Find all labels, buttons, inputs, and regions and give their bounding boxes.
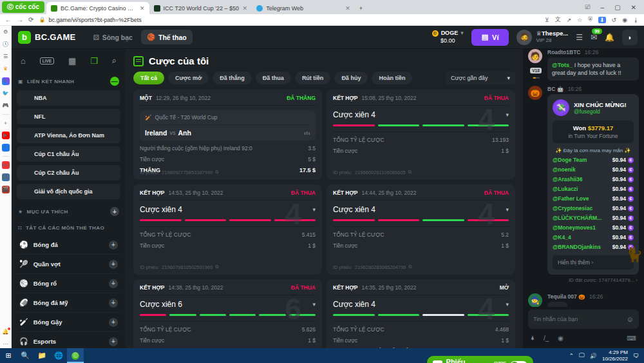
match-box[interactable]: 🏏 Quốc Tế - T20 World Cup Ireland vs Anh… — [140, 110, 316, 141]
close-button[interactable]: ✕ — [631, 4, 636, 11]
chat-username[interactable]: Tequila 007 🎃 — [547, 293, 585, 300]
chat-input[interactable]: Tin nhắn của bạn ☺ — [528, 309, 639, 329]
maximize-button[interactable]: ▢ — [614, 4, 620, 11]
add-favorite-button[interactable]: + — [110, 207, 119, 216]
expand-sport-button[interactable]: + — [109, 318, 118, 327]
bcgame-logo[interactable]: b BC.GAME — [18, 31, 76, 44]
copy-icon[interactable]: ⧉ — [215, 169, 218, 175]
recipient-name[interactable]: @Lukaczi — [553, 186, 578, 192]
bet-card-combo[interactable]: KẾT HỢP 14:53, 25 thg 10, 2022 ĐÃ THUA C… — [133, 184, 322, 275]
new-tab-button[interactable]: + — [355, 2, 370, 14]
stats-icon[interactable]: ılı — [304, 130, 310, 136]
recipient-name[interactable]: @Father Love — [553, 195, 589, 202]
avatar[interactable]: 🧑 — [528, 49, 542, 63]
coin-tip-icon[interactable]: ◉ — [558, 335, 564, 342]
sport-item[interactable]: 🎧 Esports + — [17, 332, 120, 348]
recipient-name[interactable]: @Moneymoves1 — [553, 224, 596, 231]
start-button[interactable]: ⊞ — [0, 348, 17, 363]
expand-sport-button[interactable]: + — [109, 240, 118, 250]
nav-casino[interactable]: ⚄ Sòng bạc — [88, 30, 138, 44]
history-clock-icon[interactable]: 🕓 — [2, 41, 10, 48]
sport-item[interactable]: 🏏 Bóng Gậy + — [17, 313, 120, 332]
emoji-icon[interactable]: ☺ — [627, 315, 634, 323]
browser-tab-bcgame[interactable]: BC.Game: Crypto Casino Gan ✕ — [46, 2, 149, 14]
translate-icon[interactable]: 文 — [555, 15, 561, 24]
url-field[interactable]: 🔒 bc.game/vi/sports?bt-path=%2Fbets — [39, 17, 540, 23]
schedule-icon[interactable]: ▦ — [68, 56, 76, 66]
filter-pill[interactable]: Tất cả — [133, 72, 164, 84]
cast-icon[interactable]: ⎚ — [585, 3, 591, 11]
chat-toggle-icon[interactable]: ◗ — [622, 30, 638, 45]
bet-card-combo[interactable]: KẾT HỢP 15:08, 25 thg 10, 2022 ĐÃ THUA C… — [327, 90, 515, 180]
recipient-name[interactable]: @noenik — [553, 166, 576, 173]
chat-username[interactable]: Roadto1BTC — [547, 49, 580, 55]
coccoc-taskbar-icon[interactable]: ⓒ — [67, 348, 84, 363]
bet-card-combo[interactable]: KẾT HỢP 14:35, 25 thg 10, 2022 MỞ Cược x… — [327, 279, 515, 348]
expand-sport-button[interactable]: + — [109, 260, 118, 269]
save-page-icon[interactable]: ⊻ — [545, 17, 549, 23]
copy-icon[interactable]: ⧉ — [215, 264, 218, 270]
bet-slip-button[interactable]: ▤ Phiếu cược ▴ CƯỢC NHANH + — [427, 356, 533, 363]
collapse-button[interactable]: — — [110, 77, 119, 86]
copy-icon[interactable]: ⧉ — [408, 264, 412, 270]
minimize-button[interactable]: – — [601, 4, 605, 11]
bell-icon[interactable]: 🔔 — [605, 33, 614, 42]
mention-link[interactable]: @Tots_ — [552, 62, 573, 68]
taskbar-clock[interactable]: 4:29 PM 10/26/2022 — [602, 349, 628, 362]
shield-icon[interactable]: ⛨ — [588, 16, 592, 23]
chat-messages[interactable]: 🧑 V18 ●●●●● Roadto1BTC 16:26 @Tots_ I ho… — [523, 49, 644, 307]
recipient-name[interactable]: @Cryptonesiac — [553, 205, 592, 211]
quick-link-item[interactable]: Cúp C2 châu Âu — [17, 165, 120, 181]
my-bets-icon[interactable]: ❒ — [90, 56, 98, 66]
recipient-name[interactable]: @K4_4 — [553, 234, 571, 240]
show-more-button[interactable]: Hiển thị thêm › — [553, 255, 634, 270]
facebook-icon[interactable]: f — [2, 144, 10, 152]
volume-icon[interactable]: 🔊 — [590, 353, 597, 359]
quick-link-item[interactable]: ATP Vienna, Áo Đơn Nam — [17, 128, 120, 143]
keyboard-icon[interactable]: ⌨ — [627, 335, 636, 342]
tab-close-icon[interactable]: ✕ — [345, 5, 350, 12]
bookmark-star-icon[interactable]: ☆ — [577, 17, 582, 23]
taskbar-search-icon[interactable]: 🔍 — [17, 348, 33, 363]
bet-card-combo[interactable]: KẾT HỢP 14:44, 25 thg 10, 2022 ĐÃ THUA C… — [327, 184, 515, 275]
filter-pill[interactable]: Đã thua — [256, 72, 291, 84]
file-explorer-icon[interactable]: 📁 — [33, 348, 50, 363]
coccoc-logo[interactable]: ⓒ cốc cốc — [2, 1, 44, 13]
messenger-icon[interactable]: ✆ — [2, 77, 10, 85]
nav-sports[interactable]: 🏀 Thế thao — [141, 30, 193, 44]
expand-sport-button[interactable]: + — [109, 299, 118, 308]
game-icon[interactable]: 🎮 — [2, 102, 10, 110]
slash-command-icon[interactable]: /_ — [544, 335, 549, 342]
sport-item[interactable]: 🏈 Bóng đá Mỹ + — [17, 293, 120, 313]
notifications-bell-icon[interactable]: 🔔 — [2, 328, 10, 336]
recipient-name[interactable]: @Doge Team — [553, 157, 587, 163]
expand-caret-icon[interactable]: ▾ — [506, 112, 509, 118]
photos-icon[interactable]: 🖼 — [2, 173, 10, 181]
download-blue-icon[interactable]: ⬇ — [598, 17, 606, 23]
sport-item[interactable]: ⚽ Bóng đá + — [17, 235, 120, 255]
bet-card-combo[interactable]: KẾT HỢP 14:38, 25 thg 10, 2022 ĐÃ THUA C… — [133, 279, 322, 348]
downloads-tray-icon[interactable]: ⭳ — [633, 17, 639, 23]
more-icon[interactable]: ⋯ — [2, 340, 10, 348]
recipient-name[interactable]: @BRANDOjankins — [553, 244, 601, 250]
recipient-name[interactable]: @LÜČKYCHÄŘM... — [553, 215, 601, 221]
expand-sport-button[interactable]: + — [109, 337, 118, 346]
browser-tab-telegram[interactable]: Telegram Web ✕ — [252, 2, 355, 14]
share-icon[interactable]: ↗ — [567, 17, 572, 23]
mail-icon[interactable]: ✉99 — [591, 33, 597, 42]
tab-close-icon[interactable]: ✕ — [140, 5, 145, 12]
filter-pill[interactable]: Rút tiền — [295, 72, 331, 84]
video-icon[interactable]: 🎬 — [2, 186, 10, 193]
avatar[interactable]: 🧙 — [528, 293, 542, 307]
copy-icon[interactable]: ⧉ — [408, 169, 412, 175]
crown-icon[interactable]: ♛ — [2, 65, 10, 73]
expand-sport-button[interactable]: + — [109, 279, 118, 288]
reading-list-icon[interactable]: ☰ — [2, 53, 10, 61]
filter-pill[interactable]: Cược mở — [168, 72, 209, 84]
forward-icon[interactable]: → — [17, 16, 23, 23]
youtube-icon[interactable]: ▶ — [2, 132, 10, 139]
avatar[interactable]: 🎃 — [528, 86, 542, 100]
chrome-icon[interactable]: 🌐 — [50, 348, 67, 363]
sync-icon[interactable]: ↺ — [612, 17, 617, 23]
winner-name[interactable]: @fusegold — [574, 108, 627, 115]
